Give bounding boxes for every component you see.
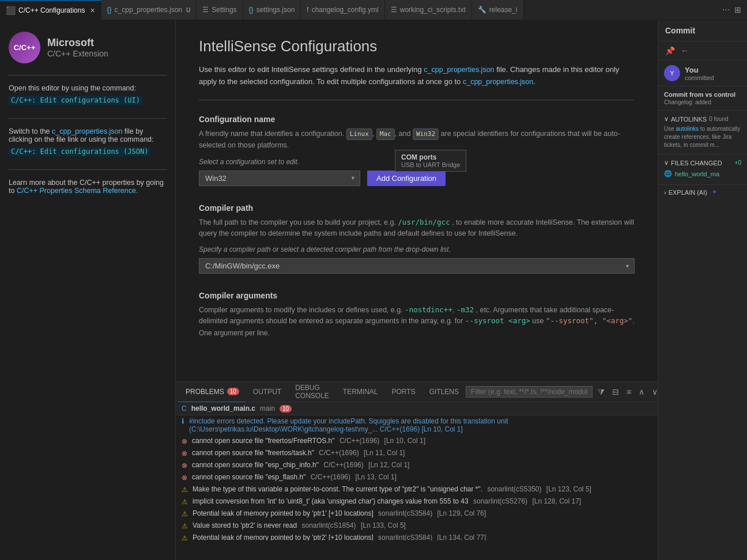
autolinks-link[interactable]: autolinks (676, 126, 699, 132)
tab-gitlens[interactable]: GITLENS (422, 382, 466, 402)
problem-item-7[interactable]: ⚠ Value stored to 'ptr2' is never read s… (176, 520, 658, 532)
problem-text-2: cannot open source file "esp_chip_info.h… (192, 461, 652, 469)
compiler-path-label: Compiler path (199, 203, 635, 213)
error-icon-1: ⊗ (182, 449, 187, 457)
tab-icon-settings: ☰ (202, 6, 209, 14)
left-panel: C/C++ Microsoft C/C++ Extension Open thi… (0, 20, 176, 560)
tab-problems[interactable]: PROBLEMS 10 (179, 382, 246, 402)
filter-icon-button[interactable]: ⧩ (595, 386, 607, 398)
divider-2 (9, 118, 167, 119)
tab-output[interactable]: OUTPUT (246, 382, 288, 402)
compiler-arg3: --sysroot <arg> (465, 316, 530, 325)
page-title: IntelliSense Configurations (199, 37, 635, 55)
problem-item-2[interactable]: ⊗ cannot open source file "esp_chip_info… (176, 459, 658, 471)
company-name: Microsoft (47, 37, 108, 49)
tab-icon-working-ci: ☰ (391, 6, 397, 14)
scroll-up-button[interactable]: ∧ (636, 386, 647, 398)
tab-cpp-properties[interactable]: {} c_cpp_properties.json U (101, 0, 197, 20)
cpp-properties-link-2[interactable]: c_cpp_properties.json (463, 78, 533, 86)
warning-icon-6: ⚠ (182, 510, 188, 518)
changed-file-item[interactable]: 🌐 hello_world_ma (664, 170, 741, 177)
problem-text-6: Potential leak of memory pointed to by '… (193, 509, 652, 517)
tab-icon-settings-json: {} (249, 6, 254, 14)
avatar: Y (664, 65, 680, 81)
tab-label-props: c_cpp_properties.json (115, 6, 182, 14)
problem-item-6[interactable]: ⚠ Potential leak of memory pointed to by… (176, 508, 658, 520)
logo-text: C/C++ (14, 43, 36, 52)
tab-changelog[interactable]: ! changelog_config.yml (301, 0, 384, 20)
autolinks-count: 0 found (709, 116, 728, 122)
tab-label-cpp: C/C++ Configurations (18, 6, 85, 14)
logo-info: Microsoft C/C++ Extension (47, 37, 108, 58)
tab-label-changelog: changelog_config.yml (312, 6, 379, 14)
user-action: committed (685, 74, 714, 81)
problem-item-4[interactable]: ⚠ Make the type of this variable a point… (176, 483, 658, 495)
problem-item-3[interactable]: ⊗ cannot open source file "esp_flash.h" … (176, 471, 658, 483)
problem-text-0: cannot open source file "freertos/FreeRT… (192, 437, 652, 445)
cpp-properties-link-1[interactable]: c_cpp_properties.json (424, 66, 494, 74)
tab-modified-props: U (186, 7, 190, 13)
config-select[interactable]: Win32 Linux Mac (199, 171, 360, 186)
warning-icon-4: ⚠ (182, 486, 188, 494)
file-globe-icon: 🌐 (664, 170, 672, 177)
tab-cpp-configurations[interactable]: ⬛ C/C++ Configurations × (0, 0, 101, 20)
problem-text-3: cannot open source file "esp_flash.h" C/… (192, 473, 652, 481)
tab-icon-changelog: ! (307, 6, 308, 14)
info-icon: ℹ (182, 417, 184, 425)
tab-debug-console[interactable]: DEBUG CONSOLE (288, 382, 336, 402)
tab-working-ci[interactable]: ☰ working_ci_scripts.txt (385, 0, 472, 20)
ai-icon: ✦ (712, 188, 717, 196)
select-prompt: Select a configuration set to edit. (199, 158, 635, 166)
more-tabs-button[interactable]: ··· (722, 5, 730, 15)
tab-ports[interactable]: PORTS (385, 382, 422, 402)
files-changed-count: +0 (735, 160, 741, 166)
learn-link[interactable]: C/C++ Properties Schema Reference. (17, 187, 138, 195)
user-section: Y You committed (658, 60, 747, 86)
tab-gitlens-label: GITLENS (429, 388, 459, 396)
error-icon-0: ⊗ (182, 437, 187, 445)
chevron-down-icon-files: ∨ (664, 159, 669, 167)
chevron-right-icon: › (664, 189, 666, 196)
tab-icon-cpp: ⬛ (6, 6, 16, 15)
changed-file-name: hello_world_ma (675, 171, 719, 177)
config-desc-text: A friendly name that identifies a config… (199, 130, 344, 138)
keyword-win32: Win32 (413, 128, 439, 141)
commit-from-section: Commit from vs control Changelog: added (658, 86, 747, 111)
tab-settings-json[interactable]: {} settings.json (243, 0, 301, 20)
autolinks-header[interactable]: ∨ AUTOLINKS 0 found (664, 115, 741, 123)
switch-label: Switch to the (9, 127, 50, 135)
compiler-path-prompt: Specify a compiler path or select a dete… (199, 245, 635, 253)
scroll-down-button[interactable]: ∨ (650, 386, 658, 398)
compiler-select-wrapper: C:/MinGW/bin/gcc.exe (199, 258, 635, 274)
problem-item-8[interactable]: ⚠ Potential leak of memory pointed to by… (176, 532, 658, 540)
problem-item-5[interactable]: ⚠ implicit conversion from 'int' to 'uin… (176, 495, 658, 508)
commit-pin-button[interactable]: 📌 (664, 45, 676, 56)
compiler-path-select[interactable]: C:/MinGW/bin/gcc.exe (199, 258, 635, 274)
user-info: You committed (685, 66, 714, 81)
wrap-button[interactable]: ≡ (624, 386, 633, 398)
add-configuration-button[interactable]: Add Configuration (367, 171, 446, 186)
problem-item-0[interactable]: ⊗ cannot open source file "freertos/Free… (176, 435, 658, 447)
tab-label-settings: Settings (212, 6, 236, 14)
tab-terminal[interactable]: TERMINAL (336, 382, 385, 402)
layout-icon: ⊞ (734, 5, 741, 14)
collapse-button[interactable]: ⊟ (610, 386, 621, 398)
commit-back-button[interactable]: ← (680, 45, 690, 56)
files-changed-header[interactable]: ∨ FILES CHANGED +0 (664, 159, 741, 167)
editor-description: Use this editor to edit IntelliSense set… (199, 64, 635, 88)
explain-header[interactable]: › EXPLAIN (AI) ✦ (664, 188, 741, 196)
open-editor-label: Open this editor by using the command: (9, 84, 167, 92)
files-changed-label: FILES CHANGED (671, 160, 722, 167)
info-item[interactable]: ℹ #include errors detected. Please updat… (176, 415, 658, 435)
open-editor-cmd: C/C++: Edit configurations (UI) (9, 96, 142, 105)
compiler-path-desc: The full path to the compiler you use to… (199, 217, 635, 239)
tab-close-cpp[interactable]: × (90, 6, 95, 15)
switch-file-link[interactable]: c_cpp_properties.json (52, 127, 122, 135)
problem-text-7: Value stored to 'ptr2' is never read son… (193, 521, 652, 529)
warning-icon-8: ⚠ (182, 534, 188, 540)
problem-item-1[interactable]: ⊗ cannot open source file "freertos/task… (176, 447, 658, 459)
autolinks-desc-text: Use (664, 126, 676, 132)
tab-settings[interactable]: ☰ Settings (197, 0, 243, 20)
tab-release[interactable]: 🔧 release_i (472, 0, 524, 20)
filter-input[interactable] (466, 386, 593, 398)
